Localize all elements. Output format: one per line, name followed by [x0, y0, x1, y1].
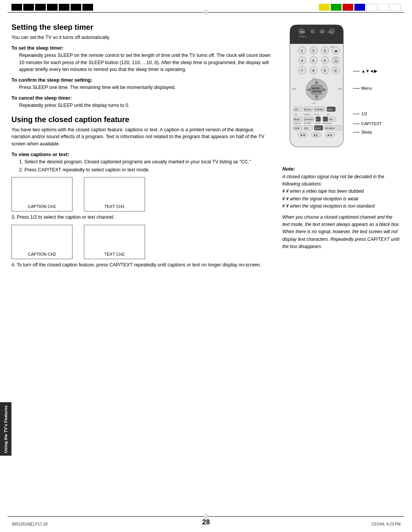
sleep-step3-text: Repeatedly press SLEEP until the display… [19, 102, 271, 109]
text-box-ch2: TEXT CH2 [84, 225, 145, 259]
bar-block-blue [354, 4, 365, 11]
caption-box-ch1: CAPTION CH1 [11, 177, 72, 211]
caption-step3: 3. Press 1/2 to select the caption or te… [11, 214, 271, 221]
remote-labels: ▲▼◄▶ Menu 1/2 CAP/TEXT Sleep [351, 23, 382, 134]
left-column: Setting the sleep timer You can set the … [11, 19, 275, 509]
arrow-line [353, 71, 360, 71]
svg-text:9: 9 [324, 69, 326, 73]
sleep-timer-intro: You can set the TV so it turns off autom… [11, 34, 271, 41]
sleep-text: Sleep [361, 130, 372, 134]
sleep-step2-text: Press SLEEP one time. The remaining time… [19, 84, 271, 91]
main-content: Setting the sleep timer You can set the … [11, 19, 401, 509]
bar-block [35, 4, 46, 11]
right-column: PWR TV VCR CABLE POWER 1 2 3 DVD ⏏ [282, 19, 401, 509]
caption-ch2-label: CAPTION CH2 [28, 252, 56, 256]
svg-text:PICTURE: PICTURE [304, 123, 311, 124]
svg-rect-2 [290, 36, 343, 44]
remote-wrapper: PWR TV VCR CABLE POWER 1 2 3 DVD ⏏ [282, 23, 401, 153]
bar-block [23, 4, 34, 11]
svg-text:►||: ►|| [314, 134, 318, 137]
svg-text:VOL: VOL [292, 88, 297, 90]
svg-text:CODE: CODE [294, 127, 300, 129]
menu-line [353, 88, 360, 89]
svg-text:TV: TV [311, 31, 314, 33]
sleep-step2-label: To confirm the sleep timer setting: [11, 77, 271, 83]
top-bar-right [319, 4, 401, 11]
svg-text:MTS: MTS [304, 127, 309, 129]
svg-text:8: 8 [312, 69, 314, 73]
svg-text:S/A: S/A [327, 113, 330, 116]
caption-box-ch2: CAPTION CH2 [11, 225, 72, 259]
captext-label: CAP/TEXT [353, 121, 382, 126]
svg-text:PWR: PWR [300, 31, 306, 33]
svg-text:COLOR: COLOR [314, 123, 321, 124]
menu-text: Menu [361, 86, 372, 90]
note-item-2: ¥ when the signal reception is weak [282, 195, 401, 203]
bar-block-white [366, 4, 377, 11]
svg-text:⏏: ⏏ [335, 49, 338, 53]
svg-text:►►: ►► [327, 134, 333, 136]
remote-svg: PWR TV VCR CABLE POWER 1 2 3 DVD ⏏ [282, 23, 351, 153]
sleep-step1-label: To set the sleep timer: [11, 45, 271, 51]
sleep-step1-text: Repeatedly press SLEEP on the remote con… [19, 52, 271, 73]
svg-text:4: 4 [301, 59, 303, 63]
bar-block-yellow [319, 4, 330, 11]
svg-text:10: 10 [334, 60, 338, 63]
svg-text:SW: SW [329, 118, 332, 121]
svg-text:2: 2 [312, 49, 314, 53]
sleep-label: Sleep [353, 130, 382, 134]
note-extra: When you choose a closed captioned chann… [282, 214, 401, 250]
note-box: Note: A closed caption signal may not be… [282, 166, 401, 250]
svg-text:V.MUTE: V.MUTE [303, 113, 311, 116]
svg-text:0: 0 [335, 69, 336, 73]
svg-text:MENU: MENU [312, 87, 320, 90]
arrow-label: ▲▼◄▶ [353, 69, 382, 74]
bar-block [59, 4, 69, 11]
footer-left: 3N51001A[E] P17-28 [11, 522, 48, 526]
top-bar-left [11, 4, 93, 11]
svg-text:POWER: POWER [299, 35, 306, 38]
bar-block-red [343, 4, 353, 11]
svg-text:VOL-: VOL- [294, 113, 298, 116]
top-crosshair [204, 10, 208, 15]
arrows-symbol: ▲▼◄▶ [361, 69, 377, 74]
side-tab-text: Using the TV's Features [3, 405, 8, 453]
svg-text:6: 6 [324, 59, 326, 63]
svg-text:VCR: VCR [320, 31, 324, 33]
note-item-1: ¥ when a video tape has been dubbed [282, 188, 401, 195]
bar-block-white [390, 4, 401, 11]
bar-block [71, 4, 81, 11]
caption-step2: 2. Press CAP/TEXT repeatedly to select c… [19, 166, 271, 174]
sleep-step3-label: To cancel the sleep timer: [11, 95, 271, 101]
bar-block-green [331, 4, 341, 11]
bar-block-white [378, 4, 389, 11]
half-text: 1/2 [361, 111, 367, 116]
svg-rect-42 [311, 85, 322, 94]
bar-block [82, 4, 93, 11]
half-line [353, 114, 360, 114]
svg-text:INS MENU: INS MENU [323, 123, 332, 124]
text-box-ch1: TEXT CH1 [84, 177, 145, 211]
svg-text:1: 1 [301, 49, 303, 53]
svg-text:ENTER: ENTER [312, 90, 322, 93]
svg-text:EXT: EXT [295, 108, 299, 111]
note-title: Note: [282, 166, 401, 172]
svg-rect-80 [335, 126, 341, 130]
bar-block [11, 4, 22, 11]
caption-boxes-row1: CAPTION CH1 TEXT CH1 [11, 177, 271, 211]
text-ch1-label: TEXT CH1 [105, 204, 125, 209]
footer-right: 23/1/04, 4:23 PM [372, 522, 401, 526]
menu-label: Menu [353, 86, 382, 90]
svg-text:V.CAL: V.CAL [314, 113, 319, 116]
note-item-0: A closed caption signal may not be decod… [282, 173, 401, 188]
svg-text:TV/VIDEO: TV/VIDEO [314, 108, 323, 111]
caption-step1: 1. Select the desired program. Closed ca… [19, 158, 271, 166]
sleep-timer-title: Setting the sleep timer [11, 23, 271, 32]
svg-text:RESET: RESET [294, 118, 300, 121]
side-tab: Using the TV's Features [0, 402, 11, 456]
svg-text:CABLE: CABLE [327, 31, 333, 33]
svg-text:7: 7 [301, 69, 303, 73]
svg-text:+: + [316, 118, 318, 121]
text-ch2-label: TEXT CH2 [105, 252, 125, 256]
closed-caption-title: Using the closed caption feature [11, 115, 271, 124]
